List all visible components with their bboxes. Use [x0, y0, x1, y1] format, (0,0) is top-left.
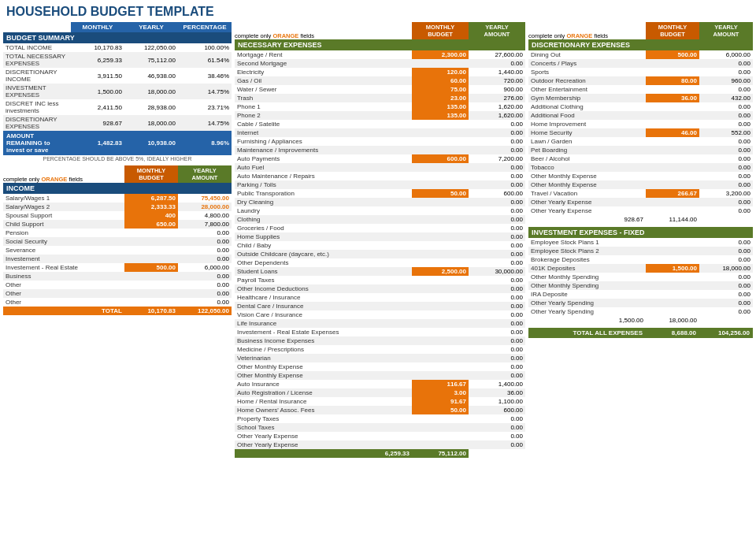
income-label: Salary/Wages 2 [3, 203, 124, 211]
nec-expense-row: School Taxes 0.00 [235, 423, 525, 432]
income-yearly: 6,000.00 [178, 263, 232, 272]
nec-yearly: 1,620.00 [469, 111, 525, 120]
nec-monthly: 2,500.00 [412, 267, 469, 276]
disc-expense-row: Other Monthly Expense 0.00 [528, 180, 753, 189]
nec-label: Home Owners' Assoc. Fees [235, 406, 412, 414]
left-column: MONTHLY YEARLY PERCENTAGE BUDGET SUMMARY… [3, 22, 232, 458]
disc-expense-row: Additional Food 0.00 [528, 111, 753, 120]
income-row: Spousal Support 400 4,800.00 [3, 211, 232, 220]
income-complete-note: complete only ORANGE fields [3, 176, 124, 183]
disc-label: Other Yearly Expense [528, 198, 646, 206]
nec-yearly: 0.00 [469, 310, 525, 319]
inv-label: 401K Deposites [528, 264, 646, 273]
income-label: Social Security [3, 237, 124, 246]
inv-monthly [646, 255, 699, 264]
income-row: Business 0.00 [3, 272, 232, 281]
nec-monthly [412, 414, 469, 423]
nec-yearly: 0.00 [469, 258, 525, 267]
summary-yearly: 122,050.00 [124, 43, 178, 52]
nec-expense-row: Parking / Tolls 0.00 [235, 180, 525, 189]
total-all-label: TOTAL ALL EXPENSES [528, 328, 646, 338]
nec-monthly [412, 284, 469, 293]
disc-monthly: 500.00 [646, 50, 699, 59]
nec-yearly: 0.00 [469, 59, 525, 68]
nec-label: Healthcare / Insurance [235, 293, 412, 302]
nec-yearly: 27,600.00 [469, 50, 525, 59]
disc-expense-row: Outdoor Recreation 80.00 960.00 [528, 76, 753, 85]
nec-expense-row: Furnishing / Appliances 0.00 [235, 137, 525, 146]
income-yearly: 0.00 [178, 298, 232, 307]
disc-monthly [646, 137, 699, 146]
inv-label: Brokerage Deposites [528, 255, 646, 264]
income-yearly: 0.00 [178, 229, 232, 237]
nec-monthly [412, 293, 469, 302]
nec-expense-row: Auto Registration / License 3.00 36.00 [235, 388, 525, 397]
disc-yearly: 0.00 [699, 137, 753, 146]
nec-expense-row: Investement - Real Estate Expenses 0.00 [235, 328, 525, 336]
inv-expense-row: Other Monthly Spending 0.00 [528, 273, 753, 281]
discretionary-table: Dining Out 500.00 6,000.00Concerts / Pla… [528, 50, 753, 224]
disc-yearly: 0.00 [699, 102, 753, 111]
yearly-header: YEARLY [124, 22, 178, 32]
nec-expense-row: Dry Cleaning 0.00 [235, 198, 525, 206]
inv-label: Other Yearly Spending [528, 307, 646, 316]
nec-monthly [412, 440, 469, 449]
nec-label: Dental Care / Insurance [235, 302, 412, 310]
income-label: Spousal Support [3, 211, 124, 220]
disc-label: Gym Membership [528, 94, 646, 102]
summary-label: TOTAL NECESSARY EXPENSES [3, 52, 71, 68]
disc-subtotal-monthly: 928.67 [528, 215, 646, 224]
income-yearly: 0.00 [178, 289, 232, 298]
disc-expense-row: Home Improvement 0.00 [528, 120, 753, 128]
total-all-expenses-row: TOTAL ALL EXPENSES 8,688.00 104,256.00 [528, 328, 753, 338]
income-row: Investement 0.00 [3, 255, 232, 263]
nec-monthly [412, 276, 469, 284]
nec-expense-row: Laundry 0.00 [235, 206, 525, 215]
income-monthly [124, 298, 178, 307]
percentage-header: PERCENTAGE [178, 22, 232, 32]
nec-yearly: 7,200.00 [469, 154, 525, 163]
nec-expense-row: Cable / Satelite 0.00 [235, 120, 525, 128]
nec-monthly: 135.00 [412, 102, 469, 111]
summary-yearly: 28,938.00 [124, 99, 178, 115]
summary-pct: 14.75% [178, 115, 232, 131]
nec-monthly [412, 232, 469, 241]
nec-label: Other Yearly Expense [235, 432, 412, 440]
inv-yearly: 0.00 [699, 290, 753, 299]
income-total-monthly: 10,170.83 [124, 307, 178, 315]
income-monthly: 500.00 [124, 263, 178, 272]
disc-label: Sports [528, 68, 646, 76]
summary-yearly: 75,112.00 [124, 52, 178, 68]
disc-yearly: 0.00 [699, 163, 753, 172]
disc-monthly: 36.00 [646, 94, 699, 102]
nec-monthly: 3.00 [412, 388, 469, 397]
income-monthly: 650.00 [124, 220, 178, 229]
summary-pct: 100.00% [178, 43, 232, 52]
nec-monthly [412, 258, 469, 267]
nec-label: Groceries / Food [235, 224, 412, 232]
nec-yearly: 0.00 [469, 206, 525, 215]
income-yearly: 7,800.00 [178, 220, 232, 229]
summary-yearly: 46,938.00 [124, 68, 178, 84]
nec-monthly [412, 371, 469, 380]
disc-label: Dining Out [528, 50, 646, 59]
nec-label: Vision Care / Insurance [235, 310, 412, 319]
disc-yearly: 0.00 [699, 120, 753, 128]
nec-expense-row: Internet 0.00 [235, 128, 525, 137]
nec-yearly: 0.00 [469, 336, 525, 345]
disc-yearly: 0.00 [699, 154, 753, 163]
disc-subtotal-row: 928.67 11,144.00 [528, 215, 753, 224]
nec-monthly [412, 163, 469, 172]
nec-label: Auto Fuel [235, 163, 412, 172]
nec-monthly [412, 336, 469, 345]
nec-label: Other Income Deductions [235, 284, 412, 293]
nec-expense-row: Life Insurance 0.00 [235, 319, 525, 328]
budget-summary-table: TOTAL INCOME 10,170.83 122,050.00 100.00… [3, 43, 232, 131]
nec-expense-row: Auto Maintenance / Repairs 0.00 [235, 172, 525, 180]
nec-label: Outside Childcare (daycare, etc.) [235, 250, 412, 258]
summary-pct: 38.46% [178, 68, 232, 84]
income-label: Investement - Real Estate [3, 263, 124, 272]
nec-label: Trash [235, 94, 412, 102]
disc-label: Home Improvement [528, 120, 646, 128]
nec-yearly: 0.00 [469, 198, 525, 206]
